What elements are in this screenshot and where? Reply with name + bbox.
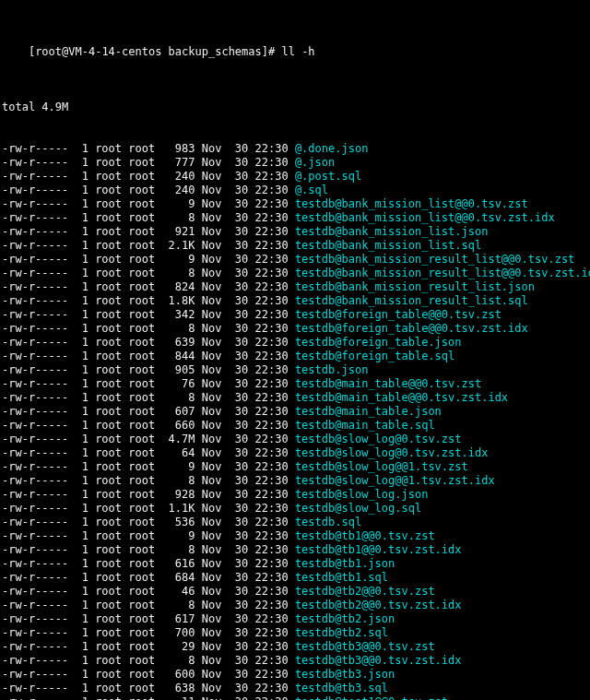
file-meta: -rw-r----- 1 root root 983 Nov 30 22:30 [2,142,295,155]
file-name: testdb@slow_log@@1.tsv.zst [295,460,468,473]
file-meta: -rw-r----- 1 root root 8 Nov 30 22:30 [2,322,295,335]
file-meta: -rw-r----- 1 root root 76 Nov 30 22:30 [2,377,295,390]
file-name: testdb@main_table.json [295,405,442,418]
file-name: testdb@foreign_table@@0.tsv.zst [295,308,502,321]
listing-row: -rw-r----- 1 root root 240 Nov 30 22:30 … [2,170,588,184]
file-name: testdb@main_table@@0.tsv.zst [295,377,481,390]
file-meta: -rw-r----- 1 root root 639 Nov 30 22:30 [2,336,295,349]
file-name: testdb@tb1.json [295,557,395,570]
file-meta: -rw-r----- 1 root root 844 Nov 30 22:30 [2,350,295,362]
file-meta: -rw-r----- 1 root root 8 Nov 30 22:30 [2,267,295,279]
file-meta: -rw-r----- 1 root root 342 Nov 30 22:30 [2,308,295,321]
file-name: testdb@bank_mission_result_list@@0.tsv.z… [295,267,590,279]
file-name: @.done.json [295,142,368,155]
listing-row: -rw-r----- 1 root root 4.7M Nov 30 22:30… [2,433,588,446]
listing-row: -rw-r----- 1 root root 2.1K Nov 30 22:30… [2,239,588,253]
listing-row: -rw-r----- 1 root root 29 Nov 30 22:30 t… [2,640,588,654]
file-meta: -rw-r----- 1 root root 536 Nov 30 22:30 [2,516,295,528]
file-name: testdb@tb2.sql [295,626,388,639]
file-name: testdb@tb3@@0.tsv.zst [295,640,435,653]
file-meta: -rw-r----- 1 root root 8 Nov 30 22:30 [2,599,295,611]
listing-row: -rw-r----- 1 root root 342 Nov 30 22:30 … [2,308,588,322]
file-meta: -rw-r----- 1 root root 8 Nov 30 22:30 [2,543,295,556]
listing-row: -rw-r----- 1 root root 1.8K Nov 30 22:30… [2,294,588,308]
file-meta: -rw-r----- 1 root root 616 Nov 30 22:30 [2,557,295,570]
file-meta: -rw-r----- 1 root root 9 Nov 30 22:30 [2,529,295,542]
file-name: testdb@bank_mission_list@@0.tsv.zst.idx [295,211,555,224]
file-name: testdb@tb2.json [295,612,395,625]
listing-row: -rw-r----- 1 root root 700 Nov 30 22:30 … [2,626,588,640]
file-meta: -rw-r----- 1 root root 607 Nov 30 22:30 [2,405,295,418]
listing-row: -rw-r----- 1 root root 8 Nov 30 22:30 te… [2,322,588,336]
listing-row: -rw-r----- 1 root root 9 Nov 30 22:30 te… [2,197,588,211]
listing-row: -rw-r----- 1 root root 8 Nov 30 22:30 te… [2,654,588,668]
file-name: testdb@tb2@@0.tsv.zst [295,585,435,598]
listing-row: -rw-r----- 1 root root 76 Nov 30 22:30 t… [2,377,588,391]
file-meta: -rw-r----- 1 root root 824 Nov 30 22:30 [2,280,295,293]
listing-row: -rw-r----- 1 root root 905 Nov 30 22:30 … [2,363,588,377]
file-meta: -rw-r----- 1 root root 9 Nov 30 22:30 [2,197,295,210]
listing-row: -rw-r----- 1 root root 824 Nov 30 22:30 … [2,280,588,294]
file-name: testdb@slow_log@0.tsv.zst [295,433,462,445]
file-meta: -rw-r----- 1 root root 8 Nov 30 22:30 [2,391,295,404]
listing-row: -rw-r----- 1 root root 921 Nov 30 22:30 … [2,225,588,239]
file-name: testdb@tb1@@0.tsv.zst.idx [295,543,462,556]
file-name: testdb@bank_mission_list@@0.tsv.zst [295,197,528,210]
file-name: testdb@bank_mission_result_list.sql [295,294,528,307]
listing-row: -rw-r----- 1 root root 8 Nov 30 22:30 te… [2,267,588,280]
file-meta: -rw-r----- 1 root root 240 Nov 30 22:30 [2,170,295,183]
listing-row: -rw-r----- 1 root root 777 Nov 30 22:30 … [2,156,588,170]
file-meta: -rw-r----- 1 root root 1.1K Nov 30 22:30 [2,502,295,515]
listing-row: -rw-r----- 1 root root 617 Nov 30 22:30 … [2,612,588,626]
listing-row: -rw-r----- 1 root root 8 Nov 30 22:30 te… [2,211,588,225]
file-meta: -rw-r----- 1 root root 921 Nov 30 22:30 [2,225,295,238]
file-meta: -rw-r----- 1 root root 928 Nov 30 22:30 [2,488,295,501]
listing-row: -rw-r----- 1 root root 8 Nov 30 22:30 te… [2,391,588,405]
file-meta: -rw-r----- 1 root root 700 Nov 30 22:30 [2,626,295,639]
listing-row: -rw-r----- 1 root root 11 Nov 30 22:30 t… [2,695,588,700]
file-name: testdb@bank_mission_list.sql [295,239,481,252]
terminal[interactable]: [root@VM-4-14-centos backup_schemas]# ll… [0,0,590,700]
file-name: testdb@bank_mission_result_list@@0.tsv.z… [295,253,574,266]
file-name: testdb@slow_log@@1.tsv.zst.idx [295,474,495,487]
file-name: @.json [295,156,335,169]
file-meta: -rw-r----- 1 root root 29 Nov 30 22:30 [2,640,295,653]
file-meta: -rw-r----- 1 root root 1.8K Nov 30 22:30 [2,294,295,307]
file-meta: -rw-r----- 1 root root 8 Nov 30 22:30 [2,211,295,224]
shell-prompt: [root@VM-4-14-centos backup_schemas]# [29,45,275,58]
file-meta: -rw-r----- 1 root root 9 Nov 30 22:30 [2,460,295,473]
listing-row: -rw-r----- 1 root root 616 Nov 30 22:30 … [2,557,588,571]
file-meta: -rw-r----- 1 root root 8 Nov 30 22:30 [2,474,295,487]
file-meta: -rw-r----- 1 root root 600 Nov 30 22:30 [2,668,295,681]
listing-row: -rw-r----- 1 root root 1.1K Nov 30 22:30… [2,502,588,516]
file-name: testdb.json [295,363,368,376]
listing-row: -rw-r----- 1 root root 600 Nov 30 22:30 … [2,668,588,682]
file-name: testdb@foreign_table.json [295,336,462,349]
file-name: testdb@tb3.sql [295,682,388,694]
file-meta: -rw-r----- 1 root root 2.1K Nov 30 22:30 [2,239,295,252]
file-name: testdb@bank_mission_list.json [295,225,489,238]
listing-row: -rw-r----- 1 root root 639 Nov 30 22:30 … [2,336,588,350]
file-name: testdb@bank_mission_result_list.json [295,280,535,293]
file-name: testdb@main_table@@0.tsv.zst.idx [295,391,508,404]
listing-row: -rw-r----- 1 root root 844 Nov 30 22:30 … [2,350,588,363]
typed-command: ll -h [281,45,314,58]
file-meta: -rw-r----- 1 root root 777 Nov 30 22:30 [2,156,295,169]
file-name: testdb@tb3@@0.tsv.zst.idx [295,654,462,667]
file-meta: -rw-r----- 1 root root 4.7M Nov 30 22:30 [2,433,295,445]
listing-row: -rw-r----- 1 root root 607 Nov 30 22:30 … [2,405,588,419]
file-name: testdb@slow_log.sql [295,502,421,515]
file-listing: -rw-r----- 1 root root 983 Nov 30 22:30 … [2,142,588,700]
prompt-line: [root@VM-4-14-centos backup_schemas]# ll… [2,31,588,73]
file-name: testdb@tb1.sql [295,571,388,584]
file-meta: -rw-r----- 1 root root 617 Nov 30 22:30 [2,612,295,625]
file-meta: -rw-r----- 1 root root 638 Nov 30 22:30 [2,682,295,694]
listing-row: -rw-r----- 1 root root 928 Nov 30 22:30 … [2,488,588,502]
file-name: testdb@tb3.json [295,668,395,681]
listing-row: -rw-r----- 1 root root 64 Nov 30 22:30 t… [2,446,588,460]
file-name: testdb.sql [295,516,361,528]
listing-row: -rw-r----- 1 root root 8 Nov 30 22:30 te… [2,543,588,557]
file-meta: -rw-r----- 1 root root 660 Nov 30 22:30 [2,419,295,432]
file-name: testdb@tb2@@0.tsv.zst.idx [295,599,462,611]
file-name: testdb@test1@@0.tsv.zst [295,695,448,700]
